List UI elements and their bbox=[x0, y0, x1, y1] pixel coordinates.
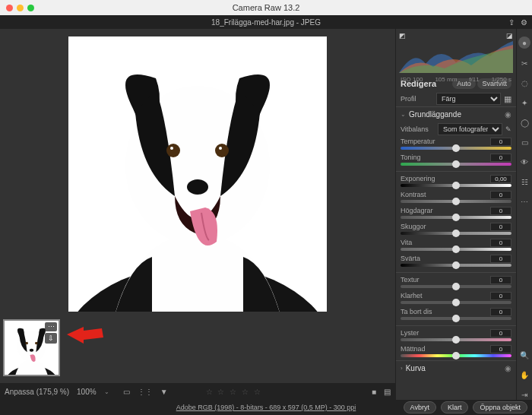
slider-track[interactable] bbox=[401, 248, 511, 251]
slider-value-input[interactable] bbox=[490, 138, 511, 146]
presets-icon[interactable]: ☷ bbox=[519, 176, 530, 187]
basic-section-header[interactable]: ⌄ Grundläggande ◉ bbox=[396, 106, 516, 122]
adjust-brush-icon[interactable]: ✦ bbox=[519, 97, 530, 108]
slider-value-input[interactable] bbox=[490, 255, 511, 263]
slider-knob[interactable] bbox=[452, 198, 460, 205]
more-tools-icon[interactable]: ⋯ bbox=[519, 196, 530, 207]
tool-strip: ● ✂ ◌ ✦ ◯ ▭ 👁 ☷ ⋯ 🔍 ✋ ⇥ bbox=[516, 29, 532, 400]
gradient-filter-icon[interactable]: ▭ bbox=[519, 137, 530, 147]
filmstrip-view-icon[interactable]: ▤ bbox=[384, 388, 391, 396]
settings-gear-icon[interactable]: ⚙ bbox=[521, 18, 527, 27]
thumbnail-save-icon[interactable]: ⇩ bbox=[45, 333, 57, 344]
maximize-window-button[interactable] bbox=[27, 5, 34, 11]
zoom-value[interactable]: 100% bbox=[77, 388, 97, 396]
slider-knob[interactable] bbox=[452, 261, 460, 269]
highlight-clip-icon[interactable]: ◪ bbox=[506, 32, 513, 40]
cancel-button[interactable]: Avbryt bbox=[404, 401, 436, 413]
image-canvas[interactable] bbox=[68, 36, 327, 312]
svg-point-12 bbox=[30, 349, 33, 352]
slider-track[interactable] bbox=[401, 200, 511, 203]
slider-label: Högdagrar bbox=[401, 207, 433, 215]
redeye-tool-icon[interactable]: 👁 bbox=[519, 157, 530, 167]
histogram[interactable]: ◩ ◪ ISO 100 105 mm f/11 1/250 s bbox=[396, 29, 516, 76]
slider-track[interactable] bbox=[401, 285, 511, 288]
window-controls bbox=[6, 5, 34, 11]
slider-track[interactable] bbox=[401, 163, 511, 166]
slider-knob[interactable] bbox=[452, 144, 460, 152]
edit-tool-icon[interactable]: ● bbox=[518, 36, 530, 49]
minimize-window-button[interactable] bbox=[17, 5, 24, 11]
wb-select[interactable]: Som fotograferat bbox=[438, 123, 502, 135]
slider-knob[interactable] bbox=[452, 230, 460, 237]
slider-value-input[interactable] bbox=[490, 292, 511, 300]
slider-value-input[interactable] bbox=[490, 239, 511, 247]
slider-value-input[interactable] bbox=[490, 345, 511, 353]
slider-knob[interactable] bbox=[452, 299, 460, 306]
slider-track[interactable] bbox=[401, 301, 511, 304]
slider-knob[interactable] bbox=[452, 315, 460, 322]
open-object-button[interactable]: Öppna objekt bbox=[473, 401, 527, 413]
hand-tool-icon[interactable]: ✋ bbox=[519, 369, 530, 380]
slider-value-input[interactable] bbox=[490, 223, 511, 231]
zoom-fit-label[interactable]: Anpassa (175,9 %) bbox=[5, 388, 69, 396]
svg-point-3 bbox=[170, 147, 173, 150]
slider-value-input[interactable] bbox=[490, 154, 511, 162]
slider-track[interactable] bbox=[401, 317, 511, 320]
svg-point-4 bbox=[215, 144, 229, 157]
radial-filter-icon[interactable]: ◯ bbox=[519, 117, 530, 128]
thumbnail-menu-icon[interactable]: ⋯ bbox=[45, 322, 57, 331]
slider-track[interactable] bbox=[401, 354, 511, 357]
slider-knob[interactable] bbox=[452, 214, 460, 221]
slider-track[interactable] bbox=[401, 232, 511, 235]
slider-knob[interactable] bbox=[452, 352, 460, 360]
slider-track[interactable] bbox=[401, 184, 511, 187]
slider-label: Skuggor bbox=[401, 223, 426, 231]
slider-track[interactable] bbox=[401, 338, 511, 341]
crop-tool-icon[interactable]: ✂ bbox=[519, 58, 530, 68]
slider-track[interactable] bbox=[401, 216, 511, 219]
slider-value-input[interactable] bbox=[490, 329, 511, 337]
slider-knob[interactable] bbox=[452, 336, 460, 344]
preview-image bbox=[68, 36, 327, 312]
slider-knob[interactable] bbox=[452, 246, 460, 253]
slider-track[interactable] bbox=[401, 147, 511, 150]
shadow-clip-icon[interactable]: ◩ bbox=[399, 32, 406, 40]
funnel-icon[interactable]: ▼ bbox=[160, 388, 168, 396]
document-header: 18_Frilägga-med-har.jpg - JPEG ⇪ ⚙ bbox=[0, 15, 532, 29]
zoom-dropdown-icon[interactable]: ⌄ bbox=[104, 388, 109, 395]
compare-icon[interactable]: ▭ bbox=[123, 388, 130, 396]
done-button[interactable]: Klart bbox=[441, 401, 469, 413]
slider-value-input[interactable] bbox=[490, 308, 511, 316]
slider-label: Temperatur bbox=[401, 138, 435, 146]
thumbnail[interactable]: ⋯ ⇩ bbox=[3, 319, 60, 376]
grid-view-icon[interactable]: ⋮⋮ bbox=[138, 388, 153, 396]
document-filename: 18_Frilägga-med-har.jpg bbox=[211, 18, 294, 27]
meta-focal: 105 mm bbox=[435, 76, 457, 83]
profile-browser-icon[interactable]: ▦ bbox=[504, 94, 511, 104]
zoom-bar: Anpassa (175,9 %) 100% ⌄ ▭ ⋮⋮ ▼ ☆ ☆ ☆ ☆ … bbox=[0, 383, 395, 400]
eye-icon[interactable]: ◉ bbox=[505, 364, 511, 372]
profile-select[interactable]: Färg bbox=[436, 93, 501, 105]
eye-icon[interactable]: ◉ bbox=[505, 110, 511, 119]
slider-value-input[interactable] bbox=[490, 175, 511, 183]
slider-knob[interactable] bbox=[452, 160, 460, 168]
close-window-button[interactable] bbox=[6, 5, 13, 11]
single-view-icon[interactable]: ■ bbox=[372, 388, 376, 396]
workflow-options-link[interactable]: Adobe RGB (1998) - 8-bitars - 689 x 597 … bbox=[176, 404, 356, 411]
curve-section-header[interactable]: › Kurva ◉ bbox=[396, 360, 516, 375]
slider-value-input[interactable] bbox=[490, 276, 511, 284]
toggle-sidebar-icon[interactable]: ⇥ bbox=[519, 389, 530, 400]
annotation-arrow bbox=[67, 321, 105, 351]
export-icon[interactable]: ⇪ bbox=[508, 18, 515, 27]
slider-value-input[interactable] bbox=[490, 207, 511, 215]
rating-stars[interactable]: ☆ ☆ ☆ ☆ ☆ bbox=[206, 388, 262, 396]
eyedropper-icon[interactable]: ✎ bbox=[505, 125, 511, 133]
heal-tool-icon[interactable]: ◌ bbox=[519, 78, 530, 88]
slider-knob[interactable] bbox=[452, 182, 460, 189]
slider-temperatur: Temperatur bbox=[396, 137, 516, 153]
zoom-tool-icon[interactable]: 🔍 bbox=[519, 350, 530, 360]
slider-label: Klarhet bbox=[401, 292, 423, 300]
slider-value-input[interactable] bbox=[490, 191, 511, 199]
slider-track[interactable] bbox=[401, 264, 511, 267]
slider-knob[interactable] bbox=[452, 283, 460, 290]
